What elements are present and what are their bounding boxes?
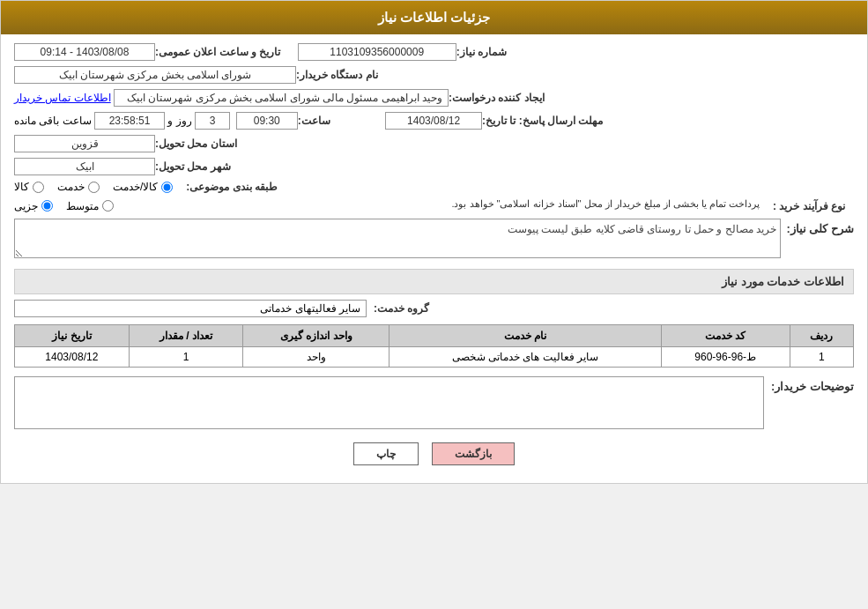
need-number-row: شماره نیاز: 1103109356000009 تاریخ و ساع…	[14, 43, 854, 61]
category-khedmat-radio[interactable]	[88, 182, 100, 193]
deadline-time-label: ساعت:	[298, 115, 377, 127]
col-service-name: نام خدمت	[389, 325, 661, 347]
announcement-date-label: تاریخ و ساعت اعلان عمومی:	[155, 46, 280, 58]
need-number-label: شماره نیاز:	[456, 46, 536, 58]
table-row: 1ط-96-96-960سایر فعالیت های خدماتی شخصیو…	[15, 347, 854, 368]
col-date: تاریخ نیاز	[15, 325, 130, 347]
col-unit: واحد اندازه گیری	[243, 325, 389, 347]
category-khedmat-label: خدمت	[57, 181, 85, 193]
need-desc-textarea[interactable]: <span data-bind="form.need_desc_value"><…	[14, 219, 781, 258]
buyer-desc-box	[14, 376, 764, 429]
category-kala-item[interactable]: کالا	[14, 181, 44, 193]
province-label: استان محل تحویل:	[155, 137, 237, 150]
col-service-code: کد خدمت	[661, 325, 790, 347]
need-number-value: 1103109356000009	[298, 43, 456, 61]
buyer-desc-section: توضیحات خریدار:	[14, 376, 854, 429]
creator-label: ایجاد کننده درخواست:	[449, 92, 545, 104]
services-table: ردیف کد خدمت نام خدمت واحد اندازه گیری ت…	[14, 324, 854, 368]
buyer-org-value: شورای اسلامی بخش مرکزی شهرستان ابیک	[14, 66, 296, 84]
deadline-row: مهلت ارسال پاسخ: تا تاریخ: 1403/08/12 سا…	[14, 112, 854, 130]
city-row: شهر محل تحویل: ابیک	[14, 158, 854, 175]
city-value: ابیک	[14, 158, 155, 175]
services-table-container: ردیف کد خدمت نام خدمت واحد اندازه گیری ت…	[14, 324, 854, 368]
deadline-time: 09:30	[236, 112, 298, 130]
province-value: قزوین	[14, 135, 155, 152]
need-desc-row: شرح کلی نیاز: <span data-bind="form.need…	[14, 219, 854, 262]
category-kala-label: کالا	[14, 181, 29, 193]
purchase-type-row: نوع فرآیند خرید : پرداخت تمام یا بخشی از…	[14, 198, 854, 213]
remaining-time: 23:58:51	[94, 112, 165, 130]
remaining-days: 3	[195, 112, 230, 130]
service-info-header: اطلاعات خدمات مورد نیاز	[14, 269, 854, 294]
service-group-row: گروه خدمت: سایر فعالیتهای خدماتی	[14, 300, 854, 317]
page-wrapper: جزئیات اطلاعات نیاز شماره نیاز: 11031093…	[0, 0, 868, 484]
buyer-org-label: نام دستگاه خریدار:	[296, 69, 378, 81]
back-button[interactable]: بازگشت	[432, 442, 515, 465]
purchase-motavaset-label: متوسط	[66, 200, 99, 212]
days-label: روز و	[167, 115, 191, 127]
services-table-body: 1ط-96-96-960سایر فعالیت های خدماتی شخصیو…	[15, 347, 854, 368]
category-kala-khedmat-label: کالا/خدمت	[113, 181, 158, 193]
purchase-motavaset-radio[interactable]	[102, 200, 114, 212]
service-group-value: سایر فعالیتهای خدماتی	[14, 300, 367, 317]
contact-link[interactable]: اطلاعات تماس خریدار	[14, 92, 111, 104]
buttons-row: بازگشت چاپ	[14, 442, 854, 465]
remaining-suffix: ساعت باقی مانده	[14, 115, 92, 127]
buyer-org-row: نام دستگاه خریدار: شورای اسلامی بخش مرکز…	[14, 66, 854, 84]
category-khedmat-item[interactable]: خدمت	[57, 181, 100, 193]
creator-row: ایجاد کننده درخواست: وحید ابراهیمی مسئول…	[14, 89, 854, 107]
purchase-jozii-radio[interactable]	[41, 200, 53, 212]
category-label: طبقه بندی موضوعی:	[186, 181, 278, 193]
service-group-label: گروه خدمت:	[374, 302, 429, 315]
purchase-motavaset-item[interactable]: متوسط	[66, 200, 114, 212]
page-title: جزئیات اطلاعات نیاز	[378, 10, 490, 25]
purchase-type-label: نوع فرآیند خرید :	[773, 200, 845, 212]
buyer-desc-label: توضیحات خریدار:	[771, 376, 854, 393]
deadline-date: 1403/08/12	[385, 112, 482, 130]
print-button[interactable]: چاپ	[353, 442, 419, 465]
purchase-note: پرداخت تمام یا بخشی از مبلغ خریدار از مح…	[127, 198, 760, 210]
purchase-jozii-label: جزیی	[14, 200, 38, 212]
purchase-jozii-item[interactable]: جزیی	[14, 200, 53, 212]
announcement-date-value: 1403/08/08 - 09:14	[14, 43, 155, 61]
col-rownum: ردیف	[790, 325, 853, 347]
service-info-title: اطلاعات خدمات مورد نیاز	[722, 275, 844, 288]
creator-value: وحید ابراهیمی مسئول مالی شورای اسلامی بخ…	[114, 89, 449, 107]
category-row: طبقه بندی موضوعی: کالا/خدمت خدمت کالا	[14, 181, 854, 193]
province-row: استان محل تحویل: قزوین	[14, 135, 854, 152]
deadline-label: مهلت ارسال پاسخ: تا تاریخ:	[482, 115, 603, 127]
need-desc-label: شرح کلی نیاز:	[788, 219, 854, 235]
category-kala-khedmat-item[interactable]: کالا/خدمت	[113, 181, 173, 193]
col-quantity: تعداد / مقدار	[129, 325, 243, 347]
table-header-row: ردیف کد خدمت نام خدمت واحد اندازه گیری ت…	[15, 325, 854, 347]
category-kala-khedmat-radio[interactable]	[161, 182, 173, 193]
page-header: جزئیات اطلاعات نیاز	[1, 1, 867, 34]
category-kala-radio[interactable]	[33, 182, 44, 193]
city-label: شهر محل تحویل:	[155, 160, 234, 173]
content-area: شماره نیاز: 1103109356000009 تاریخ و ساع…	[1, 34, 867, 483]
